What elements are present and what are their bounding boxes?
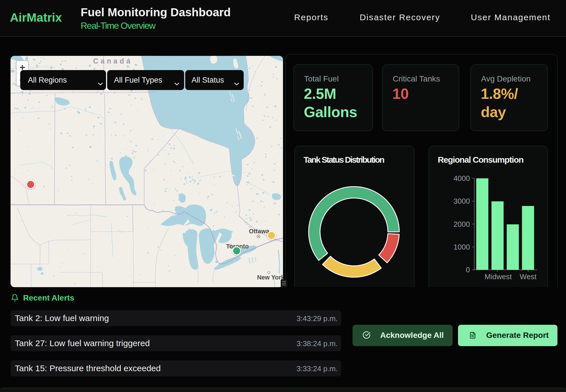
svg-text:Ottawa: Ottawa (249, 228, 270, 235)
svg-text:New York: New York (257, 274, 283, 281)
svg-text:Canada: Canada (93, 57, 133, 65)
